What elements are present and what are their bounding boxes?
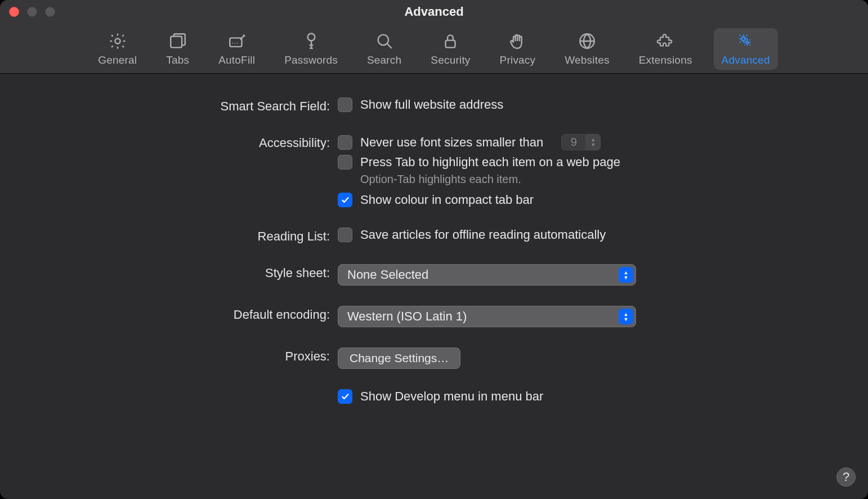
svg-point-3 xyxy=(232,43,233,44)
min-font-size-value: 9 xyxy=(561,134,586,150)
window-title: Advanced xyxy=(0,5,868,19)
label-compact-tab-color: Show colour in compact tab bar xyxy=(360,193,534,207)
tab-security[interactable]: Security xyxy=(423,28,478,70)
svg-rect-1 xyxy=(171,37,182,48)
popup-style-sheet-value: None Selected xyxy=(347,268,428,282)
stepper-buttons[interactable]: ▲▼ xyxy=(586,134,601,150)
zoom-window-button[interactable] xyxy=(45,7,55,17)
svg-point-7 xyxy=(378,35,388,45)
tab-passwords[interactable]: Passwords xyxy=(276,28,346,70)
window-controls xyxy=(9,7,55,17)
gear-icon xyxy=(108,32,127,51)
section-label-default-encoding: Default encoding: xyxy=(34,306,338,322)
section-label-develop xyxy=(34,389,338,391)
note-option-tab: Option-Tab highlights each item. xyxy=(360,173,620,186)
tab-label: Search xyxy=(367,54,401,66)
tabs-icon xyxy=(168,32,187,51)
checkbox-compact-tab-color[interactable] xyxy=(338,193,352,207)
tab-label: General xyxy=(98,54,137,66)
popup-style-sheet[interactable]: None Selected ▲▼ xyxy=(338,264,636,286)
search-icon xyxy=(375,32,394,51)
tab-label: Websites xyxy=(565,54,609,66)
minimize-window-button[interactable] xyxy=(27,7,37,17)
checkbox-min-font-size[interactable] xyxy=(338,135,352,150)
section-label-style-sheet: Style sheet: xyxy=(34,264,338,280)
close-window-button[interactable] xyxy=(9,7,19,17)
preferences-window: Advanced General Tabs AutoFill Passwords… xyxy=(0,0,868,499)
label-tab-highlight: Press Tab to highlight each item on a we… xyxy=(360,155,620,170)
tab-tabs[interactable]: Tabs xyxy=(158,28,197,70)
globe-icon xyxy=(578,32,597,51)
label-show-full-address: Show full website address xyxy=(360,97,503,112)
gears-icon xyxy=(736,32,755,51)
checkbox-offline-reading[interactable] xyxy=(338,228,352,242)
tab-websites[interactable]: Websites xyxy=(557,28,617,70)
tab-label: Tabs xyxy=(166,54,189,66)
popup-default-encoding-value: Western (ISO Latin 1) xyxy=(347,309,467,324)
tab-label: Passwords xyxy=(284,54,338,66)
svg-point-4 xyxy=(234,43,235,44)
tab-label: Advanced xyxy=(722,54,770,66)
tab-label: AutoFill xyxy=(218,54,255,66)
advanced-pane: Smart Search Field: Show full website ad… xyxy=(0,74,868,404)
tab-privacy[interactable]: Privacy xyxy=(492,28,544,70)
tab-advanced[interactable]: Advanced xyxy=(714,28,778,70)
hand-icon xyxy=(508,32,527,51)
tab-label: Extensions xyxy=(639,54,692,66)
label-develop-menu: Show Develop menu in menu bar xyxy=(360,389,543,404)
svg-point-11 xyxy=(746,41,749,44)
svg-rect-8 xyxy=(446,41,455,48)
help-button[interactable]: ? xyxy=(836,467,856,487)
section-label-reading-list: Reading List: xyxy=(34,228,338,244)
lock-icon xyxy=(441,32,460,51)
puzzle-icon xyxy=(656,32,675,51)
checkbox-show-full-address[interactable] xyxy=(338,97,352,112)
key-icon xyxy=(302,32,321,51)
popup-arrows-icon: ▲▼ xyxy=(619,309,633,324)
label-offline-reading: Save articles for offline reading automa… xyxy=(360,228,606,242)
section-label-proxies: Proxies: xyxy=(34,347,338,364)
preferences-toolbar: General Tabs AutoFill Passwords Search S… xyxy=(0,24,868,74)
tab-general[interactable]: General xyxy=(90,28,145,70)
popup-default-encoding[interactable]: Western (ISO Latin 1) ▲▼ xyxy=(338,306,636,327)
tab-autofill[interactable]: AutoFill xyxy=(211,28,263,70)
section-label-accessibility: Accessibility: xyxy=(34,134,338,150)
tab-label: Security xyxy=(431,54,470,66)
tab-search[interactable]: Search xyxy=(359,28,409,70)
tab-extensions[interactable]: Extensions xyxy=(631,28,700,70)
titlebar: Advanced xyxy=(0,0,868,24)
min-font-size-stepper[interactable]: 9 ▲▼ xyxy=(561,134,601,150)
popup-arrows-icon: ▲▼ xyxy=(619,267,633,283)
svg-point-6 xyxy=(307,34,315,41)
checkbox-tab-highlight[interactable] xyxy=(338,155,352,170)
button-change-proxy-settings[interactable]: Change Settings… xyxy=(338,347,460,369)
svg-point-0 xyxy=(115,38,120,43)
autofill-icon xyxy=(227,32,247,51)
svg-point-5 xyxy=(237,43,238,44)
checkbox-develop-menu[interactable] xyxy=(338,389,352,404)
section-label-smart-search: Smart Search Field: xyxy=(34,97,338,114)
label-min-font-size: Never use font sizes smaller than xyxy=(360,135,543,150)
tab-label: Privacy xyxy=(500,54,536,66)
